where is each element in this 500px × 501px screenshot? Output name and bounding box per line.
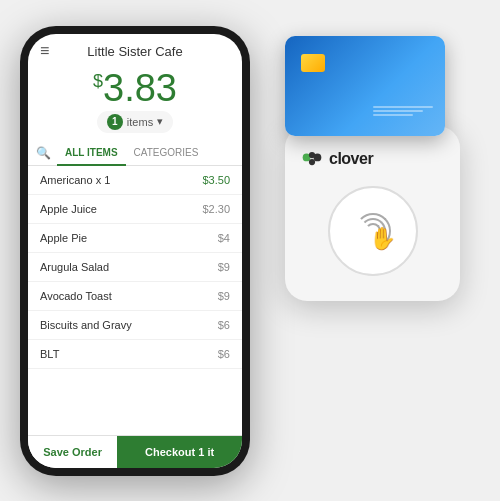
table-row[interactable]: Americano x 1 $3.50 <box>28 166 242 195</box>
stripe-line <box>373 106 433 108</box>
item-price: $9 <box>218 261 230 273</box>
tap-circle: ✋ <box>328 186 418 276</box>
clover-brand: clover <box>301 150 373 168</box>
stripe-line <box>373 114 413 116</box>
phone-header: ≡ Little Sister Cafe <box>28 34 242 65</box>
item-name: Avocado Toast <box>40 290 112 302</box>
item-list: Americano x 1 $3.50 Apple Juice $2.30 Ap… <box>28 166 242 435</box>
items-count: 1 <box>107 114 123 130</box>
item-name: Americano x 1 <box>40 174 110 186</box>
clover-reader: clover ✋ <box>285 126 460 301</box>
item-name: Biscuits and Gravy <box>40 319 132 331</box>
stripe-line <box>373 110 423 112</box>
item-price: $9 <box>218 290 230 302</box>
hand-tap-icon: ✋ <box>369 226 396 252</box>
tap-waves: ✋ <box>348 206 398 256</box>
card-stripe <box>373 106 433 124</box>
item-price: $6 <box>218 319 230 331</box>
phone: ≡ Little Sister Cafe $3.83 1 items ▾ 🔍 A… <box>20 26 250 476</box>
item-price: $4 <box>218 232 230 244</box>
table-row[interactable]: Biscuits and Gravy $6 <box>28 311 242 340</box>
items-badge[interactable]: 1 items ▾ <box>97 111 173 133</box>
item-name: BLT <box>40 348 59 360</box>
menu-icon[interactable]: ≡ <box>40 42 49 60</box>
table-row[interactable]: Apple Juice $2.30 <box>28 195 242 224</box>
phone-screen: ≡ Little Sister Cafe $3.83 1 items ▾ 🔍 A… <box>28 34 242 468</box>
price-amount: $3.83 <box>28 69 242 107</box>
cafe-name: Little Sister Cafe <box>87 44 182 59</box>
card-stripe-lines <box>373 106 433 116</box>
table-row[interactable]: Apple Pie $4 <box>28 224 242 253</box>
search-icon[interactable]: 🔍 <box>36 146 51 160</box>
item-price: $2.30 <box>202 203 230 215</box>
items-label: items <box>127 116 153 128</box>
table-row[interactable]: Avocado Toast $9 <box>28 282 242 311</box>
phone-footer: Save Order Checkout 1 it <box>28 435 242 468</box>
search-tabs: 🔍 ALL ITEMS CATEGORIES <box>28 141 242 166</box>
item-price: $3.50 <box>202 174 230 186</box>
table-row[interactable]: Arugula Salad $9 <box>28 253 242 282</box>
price-section: $3.83 1 items ▾ <box>28 65 242 141</box>
svg-point-2 <box>314 154 322 162</box>
clover-brand-text: clover <box>329 150 373 168</box>
checkout-button[interactable]: Checkout 1 it <box>117 436 242 468</box>
item-name: Apple Juice <box>40 203 97 215</box>
scene: ≡ Little Sister Cafe $3.83 1 items ▾ 🔍 A… <box>20 16 480 486</box>
chevron-down-icon: ▾ <box>157 115 163 128</box>
card-chip <box>301 54 325 72</box>
table-row[interactable]: BLT $6 <box>28 340 242 369</box>
currency-symbol: $ <box>93 71 103 91</box>
clover-logo-icon <box>301 152 323 166</box>
item-name: Apple Pie <box>40 232 87 244</box>
tab-all-items[interactable]: ALL ITEMS <box>57 141 126 166</box>
credit-card <box>285 36 445 136</box>
item-name: Arugula Salad <box>40 261 109 273</box>
svg-point-3 <box>309 159 315 165</box>
save-order-button[interactable]: Save Order <box>28 436 117 468</box>
tab-categories[interactable]: CATEGORIES <box>126 141 207 166</box>
item-price: $6 <box>218 348 230 360</box>
